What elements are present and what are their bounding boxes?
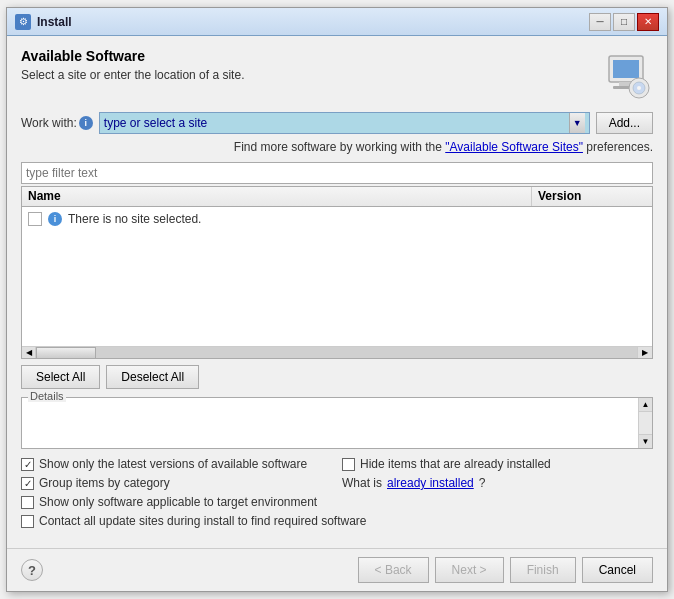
cancel-button[interactable]: Cancel (582, 557, 653, 583)
scroll-right-button[interactable]: ▶ (638, 347, 652, 359)
details-scrollbar[interactable]: ▲ ▼ (638, 398, 652, 448)
details-section: Details ▲ ▼ (21, 397, 653, 449)
work-with-label: Work with: i (21, 116, 93, 130)
options-section: Show only the latest versions of availab… (21, 457, 653, 528)
page-subtitle: Select a site or enter the location of a… (21, 68, 591, 82)
title-bar: ⚙ Install ─ □ ✕ (7, 8, 667, 36)
footer: ? < Back Next > Finish Cancel (7, 548, 667, 591)
header-icon (601, 48, 653, 100)
row-info-icon: i (48, 212, 62, 226)
option-latest-label: Show only the latest versions of availab… (39, 457, 307, 471)
title-bar-buttons: ─ □ ✕ (589, 13, 659, 31)
scroll-thumb[interactable] (36, 347, 96, 359)
footer-buttons: < Back Next > Finish Cancel (358, 557, 653, 583)
action-buttons: Select All Deselect All (21, 365, 653, 389)
svg-rect-1 (613, 60, 639, 78)
option-hide-installed: Hide items that are already installed (342, 457, 653, 471)
options-row-1: Show only the latest versions of availab… (21, 457, 653, 471)
what-is-suffix: ? (479, 476, 486, 490)
available-software-sites-link[interactable]: "Available Software Sites" (445, 140, 583, 154)
install-icon (601, 48, 653, 100)
work-with-row: Work with: i type or select a site ▼ Add… (21, 112, 653, 134)
option-contact-checkbox[interactable] (21, 515, 34, 528)
software-table: Name Version i There is no site selected… (21, 186, 653, 359)
deselect-all-button[interactable]: Deselect All (106, 365, 199, 389)
table-header: Name Version (22, 187, 652, 207)
option-contact-sites: Contact all update sites during install … (21, 514, 367, 528)
row-checkbox[interactable] (28, 212, 42, 226)
details-scroll-down[interactable]: ▼ (639, 434, 652, 448)
option-target-label: Show only software applicable to target … (39, 495, 317, 509)
option-hide-label: Hide items that are already installed (360, 457, 551, 471)
what-is-prefix: What is (342, 476, 382, 490)
option-what-installed: What is already installed? (342, 476, 653, 490)
header-section: Available Software Select a site or ente… (21, 48, 653, 100)
table-row: i There is no site selected. (22, 207, 652, 231)
already-installed-link[interactable]: already installed (387, 476, 474, 490)
back-button[interactable]: < Back (358, 557, 429, 583)
window-icon: ⚙ (15, 14, 31, 30)
site-dropdown-text: type or select a site (104, 116, 569, 130)
option-latest-versions: Show only the latest versions of availab… (21, 457, 332, 471)
column-version: Version (532, 187, 652, 206)
find-more-row: Find more software by working with the "… (21, 140, 653, 154)
horizontal-scrollbar[interactable]: ◀ ▶ (22, 346, 652, 358)
option-contact-label: Contact all update sites during install … (39, 514, 367, 528)
site-dropdown[interactable]: type or select a site ▼ (99, 112, 590, 134)
maximize-button[interactable]: □ (613, 13, 635, 31)
header-text: Available Software Select a site or ente… (21, 48, 591, 82)
add-button[interactable]: Add... (596, 112, 653, 134)
filter-input[interactable] (21, 162, 653, 184)
help-button[interactable]: ? (21, 559, 43, 581)
svg-point-6 (637, 86, 641, 90)
row-text: There is no site selected. (68, 212, 201, 226)
select-all-button[interactable]: Select All (21, 365, 100, 389)
option-group-category: Group items by category (21, 476, 332, 490)
finish-button[interactable]: Finish (510, 557, 576, 583)
next-button[interactable]: Next > (435, 557, 504, 583)
option-target-checkbox[interactable] (21, 496, 34, 509)
close-button[interactable]: ✕ (637, 13, 659, 31)
option-group-checkbox[interactable] (21, 477, 34, 490)
column-name: Name (22, 187, 532, 206)
find-more-prefix: Find more software by working with the (234, 140, 445, 154)
scroll-track[interactable] (36, 347, 638, 359)
options-row-3: Show only software applicable to target … (21, 495, 653, 509)
window-title: Install (37, 15, 589, 29)
option-hide-checkbox[interactable] (342, 458, 355, 471)
minimize-button[interactable]: ─ (589, 13, 611, 31)
page-title: Available Software (21, 48, 591, 64)
details-scroll-up[interactable]: ▲ (639, 398, 652, 412)
table-body: i There is no site selected. (22, 207, 652, 346)
options-row-2: Group items by category What is already … (21, 476, 653, 490)
scroll-left-button[interactable]: ◀ (22, 347, 36, 359)
work-with-info-icon[interactable]: i (79, 116, 93, 130)
option-latest-checkbox[interactable] (21, 458, 34, 471)
content-area: Available Software Select a site or ente… (7, 36, 667, 548)
find-more-suffix: preferences. (583, 140, 653, 154)
options-row-4: Contact all update sites during install … (21, 514, 653, 528)
dropdown-arrow-icon: ▼ (569, 113, 585, 133)
install-window: ⚙ Install ─ □ ✕ Available Software Selec… (6, 7, 668, 592)
option-target-env: Show only software applicable to target … (21, 495, 317, 509)
details-label: Details (28, 390, 66, 402)
option-group-label: Group items by category (39, 476, 170, 490)
